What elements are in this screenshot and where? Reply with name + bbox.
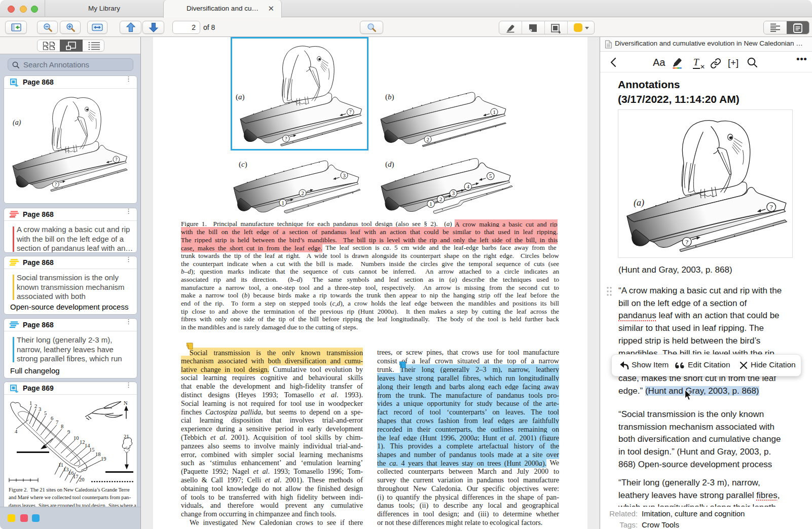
svg-text:?: ? (55, 181, 57, 187)
svg-text:?: ? (770, 203, 773, 211)
svg-text:13: 13 (63, 467, 69, 472)
svg-text:2: 2 (426, 137, 429, 142)
svg-text:1: 1 (29, 400, 32, 406)
svg-text:1: 1 (493, 109, 495, 115)
svg-text:2: 2 (34, 403, 37, 409)
svg-text:2: 2 (301, 191, 304, 196)
svg-text:1: 1 (281, 200, 284, 206)
svg-text:5: 5 (489, 173, 492, 179)
svg-text:6: 6 (51, 415, 53, 421)
svg-text:?: ? (685, 238, 688, 246)
svg-text:5: 5 (44, 410, 47, 416)
svg-text:15: 15 (89, 447, 95, 452)
svg-text:11: 11 (58, 462, 63, 468)
svg-text:3: 3 (343, 173, 345, 178)
svg-text:?: ? (115, 157, 117, 162)
svg-text:2: 2 (439, 196, 442, 202)
svg-text:8: 8 (61, 424, 63, 429)
svg-text:3: 3 (452, 190, 455, 196)
svg-text:3: 3 (39, 406, 41, 412)
svg-text:1: 1 (429, 201, 432, 207)
svg-text:12: 12 (80, 439, 85, 445)
svg-text:4: 4 (15, 429, 18, 434)
svg-text:9: 9 (67, 429, 70, 435)
svg-text:19: 19 (101, 456, 106, 462)
svg-text:N: N (124, 400, 128, 406)
svg-text:7: 7 (56, 420, 58, 425)
svg-text:17: 17 (73, 474, 79, 479)
svg-text:20: 20 (79, 477, 85, 482)
svg-text:4: 4 (467, 183, 470, 190)
svg-text:18: 18 (95, 451, 101, 457)
svg-text:10: 10 (73, 435, 79, 441)
